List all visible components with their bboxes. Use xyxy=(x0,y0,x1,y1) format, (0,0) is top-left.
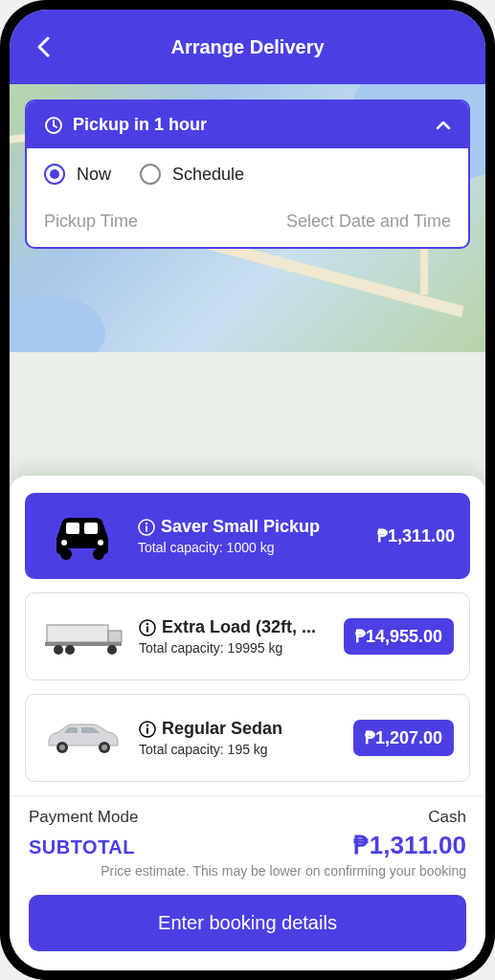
vehicle-capacity: Total capacity: 1000 kg xyxy=(138,540,364,555)
svg-point-17 xyxy=(146,623,148,625)
bottom-sheet: Saver Small Pickup Total capacity: 1000 … xyxy=(10,476,485,970)
svg-point-20 xyxy=(59,745,65,750)
pickup-datetime-row[interactable]: Pickup Time Select Date and Time xyxy=(44,212,451,232)
app-header: Arrange Delivery xyxy=(10,10,485,84)
vehicle-name: Extra Load (32ft, ... xyxy=(162,617,316,638)
radio-option-schedule[interactable]: Schedule xyxy=(140,164,244,185)
subtotal-row: SUBTOTAL ₱1,311.00 xyxy=(29,831,466,860)
radio-icon xyxy=(140,164,161,185)
svg-point-5 xyxy=(61,540,67,546)
info-icon[interactable] xyxy=(139,619,156,636)
svg-rect-1 xyxy=(66,523,79,534)
vehicle-capacity: Total capacity: 19995 kg xyxy=(139,640,330,656)
svg-rect-12 xyxy=(45,642,122,646)
chevron-left-icon xyxy=(36,36,50,57)
svg-point-24 xyxy=(146,724,148,726)
booking-summary: Payment Mode Cash SUBTOTAL ₱1,311.00 Pri… xyxy=(10,795,485,880)
payment-mode-row[interactable]: Payment Mode Cash xyxy=(29,808,466,827)
subtotal-label: SUBTOTAL xyxy=(29,836,135,858)
svg-point-22 xyxy=(101,745,107,750)
datetime-placeholder: Select Date and Time xyxy=(286,212,451,232)
enter-booking-details-button[interactable]: Enter booking details xyxy=(29,895,466,951)
info-icon[interactable] xyxy=(139,721,156,738)
svg-point-8 xyxy=(146,523,147,524)
subtotal-value: ₱1,311.00 xyxy=(353,831,466,860)
vehicle-price: ₱14,955.00 xyxy=(344,618,454,655)
svg-point-14 xyxy=(65,645,75,655)
vehicle-list: Saver Small Pickup Total capacity: 1000 … xyxy=(10,476,485,782)
payment-mode-value: Cash xyxy=(428,808,466,827)
svg-rect-25 xyxy=(146,728,148,734)
map-area[interactable]: Pickup in 1 hour Now xyxy=(10,84,485,352)
screen: Arrange Delivery Pickup in 1 hour xyxy=(10,10,485,970)
svg-point-15 xyxy=(107,645,117,655)
svg-rect-11 xyxy=(108,631,122,642)
car-icon xyxy=(40,508,124,564)
vehicle-capacity: Total capacity: 195 kg xyxy=(139,742,340,757)
vehicle-price: ₱1,311.00 xyxy=(377,525,455,546)
back-button[interactable] xyxy=(29,33,57,61)
pickup-time-label: Pickup Time xyxy=(44,212,138,232)
svg-rect-2 xyxy=(84,523,98,534)
svg-point-6 xyxy=(98,540,103,546)
vehicle-name: Regular Sedan xyxy=(162,719,282,740)
svg-rect-9 xyxy=(146,526,147,532)
svg-point-13 xyxy=(54,645,63,655)
pickup-panel: Pickup in 1 hour Now xyxy=(25,100,470,249)
vehicle-option-regular-sedan[interactable]: Regular Sedan Total capacity: 195 kg ₱1,… xyxy=(25,694,470,782)
info-icon[interactable] xyxy=(138,519,155,536)
pickup-panel-body: Now Schedule Pickup Time Select Date and… xyxy=(27,148,468,247)
page-title: Arrange Delivery xyxy=(170,36,324,58)
sedan-icon xyxy=(41,710,125,766)
truck-icon xyxy=(41,609,125,664)
svg-point-3 xyxy=(60,548,72,560)
price-note: Price estimate. This may be lower on con… xyxy=(29,862,466,880)
vehicle-price: ₱1,207.00 xyxy=(353,720,454,756)
radio-label-schedule: Schedule xyxy=(172,165,244,185)
svg-rect-18 xyxy=(146,627,148,633)
vehicle-option-saver-small-pickup[interactable]: Saver Small Pickup Total capacity: 1000 … xyxy=(25,493,470,579)
radio-option-now[interactable]: Now xyxy=(44,164,111,185)
phone-frame: Arrange Delivery Pickup in 1 hour xyxy=(0,0,495,980)
svg-point-4 xyxy=(93,548,104,560)
vehicle-name: Saver Small Pickup xyxy=(161,517,320,538)
pickup-panel-header[interactable]: Pickup in 1 hour xyxy=(27,101,468,148)
radio-icon xyxy=(44,164,65,185)
pickup-header-text: Pickup in 1 hour xyxy=(73,115,207,135)
payment-mode-label: Payment Mode xyxy=(29,808,138,827)
pickup-timing-radio-group: Now Schedule xyxy=(44,164,451,185)
clock-icon xyxy=(44,116,63,135)
svg-rect-10 xyxy=(47,625,108,642)
vehicle-option-extra-load[interactable]: Extra Load (32ft, ... Total capacity: 19… xyxy=(25,592,470,680)
radio-label-now: Now xyxy=(77,165,111,185)
chevron-up-icon xyxy=(436,121,451,130)
